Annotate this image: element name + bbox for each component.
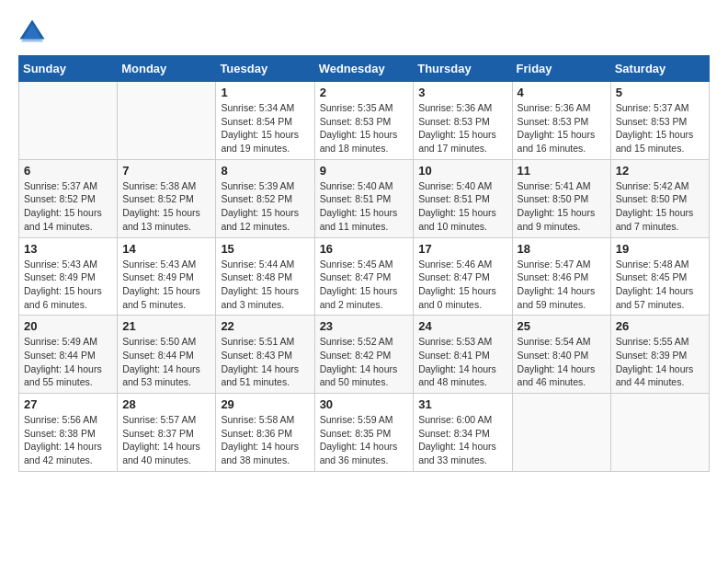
day-detail: Sunrise: 5:41 AM Sunset: 8:50 PM Dayligh… xyxy=(518,179,606,234)
day-detail: Sunrise: 5:53 AM Sunset: 8:41 PM Dayligh… xyxy=(418,335,506,389)
calendar-cell: 24Sunrise: 5:53 AM Sunset: 8:41 PM Dayli… xyxy=(414,316,512,394)
logo-icon xyxy=(18,18,46,46)
day-detail: Sunrise: 5:36 AM Sunset: 8:53 PM Dayligh… xyxy=(518,101,606,155)
day-number: 4 xyxy=(518,86,606,99)
day-detail: Sunrise: 5:54 AM Sunset: 8:40 PM Dayligh… xyxy=(518,335,606,389)
day-number: 14 xyxy=(122,242,210,256)
day-number: 9 xyxy=(320,164,409,178)
day-number: 17 xyxy=(418,242,506,256)
calendar-table: SundayMondayTuesdayWednesdayThursdayFrid… xyxy=(18,55,710,472)
day-number: 27 xyxy=(24,397,112,411)
calendar-cell: 7Sunrise: 5:38 AM Sunset: 8:52 PM Daylig… xyxy=(118,159,216,237)
calendar-cell: 15Sunrise: 5:44 AM Sunset: 8:48 PM Dayli… xyxy=(216,237,314,316)
day-number: 6 xyxy=(24,164,112,178)
day-number: 5 xyxy=(616,86,704,99)
day-number: 16 xyxy=(320,242,409,256)
calendar-cell: 3Sunrise: 5:36 AM Sunset: 8:53 PM Daylig… xyxy=(414,82,512,160)
calendar-cell xyxy=(512,394,610,472)
calendar-cell: 5Sunrise: 5:37 AM Sunset: 8:53 PM Daylig… xyxy=(610,82,709,160)
day-detail: Sunrise: 5:50 AM Sunset: 8:44 PM Dayligh… xyxy=(122,335,210,389)
day-detail: Sunrise: 5:57 AM Sunset: 8:37 PM Dayligh… xyxy=(122,413,210,467)
calendar-cell: 4Sunrise: 5:36 AM Sunset: 8:53 PM Daylig… xyxy=(512,82,610,160)
day-detail: Sunrise: 5:35 AM Sunset: 8:53 PM Dayligh… xyxy=(320,101,409,155)
calendar-cell: 23Sunrise: 5:52 AM Sunset: 8:42 PM Dayli… xyxy=(314,316,414,394)
calendar-cell: 2Sunrise: 5:35 AM Sunset: 8:53 PM Daylig… xyxy=(314,82,414,160)
day-detail: Sunrise: 5:49 AM Sunset: 8:44 PM Dayligh… xyxy=(24,335,112,389)
calendar-cell: 12Sunrise: 5:42 AM Sunset: 8:50 PM Dayli… xyxy=(610,159,709,237)
calendar-cell: 25Sunrise: 5:54 AM Sunset: 8:40 PM Dayli… xyxy=(512,316,610,394)
day-number: 15 xyxy=(221,242,309,256)
day-detail: Sunrise: 5:52 AM Sunset: 8:42 PM Dayligh… xyxy=(320,335,409,389)
day-number: 18 xyxy=(518,242,606,256)
weekday-header-sunday: Sunday xyxy=(19,56,118,82)
weekday-header-thursday: Thursday xyxy=(414,56,512,82)
day-number: 25 xyxy=(518,319,606,333)
day-detail: Sunrise: 5:40 AM Sunset: 8:51 PM Dayligh… xyxy=(418,179,506,234)
calendar-cell: 18Sunrise: 5:47 AM Sunset: 8:46 PM Dayli… xyxy=(512,237,610,316)
calendar-cell xyxy=(118,82,216,160)
calendar-cell: 26Sunrise: 5:55 AM Sunset: 8:39 PM Dayli… xyxy=(610,316,709,394)
calendar-cell: 14Sunrise: 5:43 AM Sunset: 8:49 PM Dayli… xyxy=(118,237,216,316)
day-detail: Sunrise: 5:48 AM Sunset: 8:45 PM Dayligh… xyxy=(616,258,704,312)
day-detail: Sunrise: 5:37 AM Sunset: 8:52 PM Dayligh… xyxy=(24,179,112,234)
day-detail: Sunrise: 5:36 AM Sunset: 8:53 PM Dayligh… xyxy=(418,101,506,155)
day-detail: Sunrise: 5:43 AM Sunset: 8:49 PM Dayligh… xyxy=(24,258,112,312)
calendar-cell: 9Sunrise: 5:40 AM Sunset: 8:51 PM Daylig… xyxy=(314,159,414,237)
calendar-cell: 19Sunrise: 5:48 AM Sunset: 8:45 PM Dayli… xyxy=(610,237,709,316)
calendar-cell: 16Sunrise: 5:45 AM Sunset: 8:47 PM Dayli… xyxy=(314,237,414,316)
weekday-header-tuesday: Tuesday xyxy=(216,56,314,82)
day-number: 21 xyxy=(122,319,210,333)
calendar-cell xyxy=(19,82,118,160)
day-detail: Sunrise: 5:59 AM Sunset: 8:35 PM Dayligh… xyxy=(320,413,409,467)
day-number: 20 xyxy=(24,319,112,333)
day-number: 1 xyxy=(221,86,309,99)
calendar-cell xyxy=(610,394,709,472)
calendar-cell: 28Sunrise: 5:57 AM Sunset: 8:37 PM Dayli… xyxy=(118,394,216,472)
day-number: 13 xyxy=(24,242,112,256)
day-number: 11 xyxy=(518,164,606,178)
day-detail: Sunrise: 5:45 AM Sunset: 8:47 PM Dayligh… xyxy=(320,258,409,312)
weekday-header-friday: Friday xyxy=(512,56,610,82)
day-detail: Sunrise: 5:56 AM Sunset: 8:38 PM Dayligh… xyxy=(24,413,112,467)
calendar-cell: 13Sunrise: 5:43 AM Sunset: 8:49 PM Dayli… xyxy=(19,237,118,316)
logo xyxy=(18,18,50,46)
weekday-header-wednesday: Wednesday xyxy=(314,56,414,82)
day-number: 19 xyxy=(616,242,704,256)
day-number: 30 xyxy=(320,397,409,411)
calendar-cell: 17Sunrise: 5:46 AM Sunset: 8:47 PM Dayli… xyxy=(414,237,512,316)
calendar-cell: 31Sunrise: 6:00 AM Sunset: 8:34 PM Dayli… xyxy=(414,394,512,472)
calendar-cell: 8Sunrise: 5:39 AM Sunset: 8:52 PM Daylig… xyxy=(216,159,314,237)
day-number: 22 xyxy=(221,319,309,333)
day-number: 24 xyxy=(418,319,506,333)
day-detail: Sunrise: 5:51 AM Sunset: 8:43 PM Dayligh… xyxy=(221,335,309,389)
day-detail: Sunrise: 5:40 AM Sunset: 8:51 PM Dayligh… xyxy=(320,179,409,234)
day-detail: Sunrise: 5:42 AM Sunset: 8:50 PM Dayligh… xyxy=(616,179,704,234)
day-number: 2 xyxy=(320,86,409,99)
day-number: 7 xyxy=(122,164,210,178)
day-number: 31 xyxy=(418,397,506,411)
day-detail: Sunrise: 5:44 AM Sunset: 8:48 PM Dayligh… xyxy=(221,258,309,312)
day-number: 26 xyxy=(616,319,704,333)
calendar-cell: 20Sunrise: 5:49 AM Sunset: 8:44 PM Dayli… xyxy=(19,316,118,394)
day-detail: Sunrise: 5:37 AM Sunset: 8:53 PM Dayligh… xyxy=(616,101,704,155)
day-number: 8 xyxy=(221,164,309,178)
weekday-header-monday: Monday xyxy=(118,56,216,82)
day-detail: Sunrise: 6:00 AM Sunset: 8:34 PM Dayligh… xyxy=(418,413,506,467)
calendar-cell: 1Sunrise: 5:34 AM Sunset: 8:54 PM Daylig… xyxy=(216,82,314,160)
day-detail: Sunrise: 5:47 AM Sunset: 8:46 PM Dayligh… xyxy=(518,258,606,312)
calendar-cell: 6Sunrise: 5:37 AM Sunset: 8:52 PM Daylig… xyxy=(19,159,118,237)
day-detail: Sunrise: 5:39 AM Sunset: 8:52 PM Dayligh… xyxy=(221,179,309,234)
day-detail: Sunrise: 5:55 AM Sunset: 8:39 PM Dayligh… xyxy=(616,335,704,389)
calendar-cell: 30Sunrise: 5:59 AM Sunset: 8:35 PM Dayli… xyxy=(314,394,414,472)
day-number: 10 xyxy=(418,164,506,178)
day-number: 29 xyxy=(221,397,309,411)
day-number: 12 xyxy=(616,164,704,178)
day-detail: Sunrise: 5:46 AM Sunset: 8:47 PM Dayligh… xyxy=(418,258,506,312)
calendar-cell: 29Sunrise: 5:58 AM Sunset: 8:36 PM Dayli… xyxy=(216,394,314,472)
calendar-cell: 11Sunrise: 5:41 AM Sunset: 8:50 PM Dayli… xyxy=(512,159,610,237)
day-detail: Sunrise: 5:43 AM Sunset: 8:49 PM Dayligh… xyxy=(122,258,210,312)
calendar-cell: 27Sunrise: 5:56 AM Sunset: 8:38 PM Dayli… xyxy=(19,394,118,472)
day-number: 3 xyxy=(418,86,506,99)
day-number: 23 xyxy=(320,319,409,333)
calendar-cell: 10Sunrise: 5:40 AM Sunset: 8:51 PM Dayli… xyxy=(414,159,512,237)
